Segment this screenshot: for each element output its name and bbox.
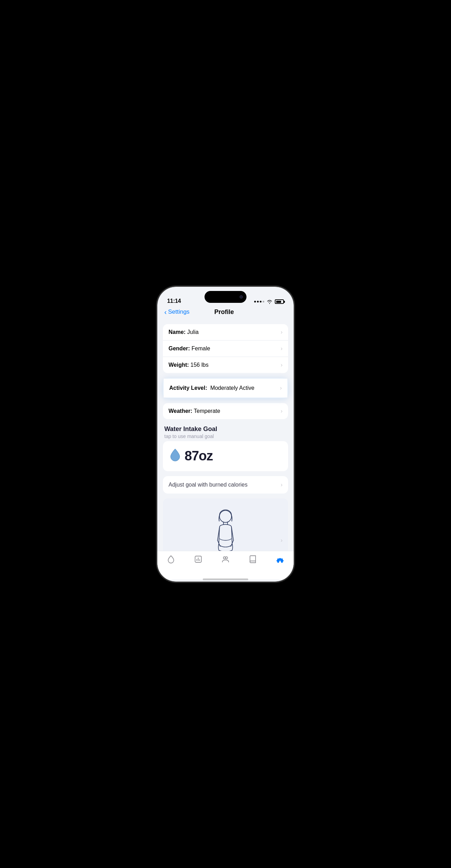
battery-icon [275, 299, 284, 304]
figure-card[interactable]: › [163, 498, 288, 551]
tab-profile[interactable] [212, 555, 239, 564]
weather-card: Weather: Temperate › [163, 403, 288, 419]
status-time: 11:14 [167, 298, 181, 304]
water-goal-card[interactable]: 87oz [163, 441, 288, 471]
content-area: Name: Julia › Gender: Female › Weight: 1… [157, 320, 294, 551]
profile-info-card: Name: Julia › Gender: Female › Weight: 1… [163, 324, 288, 373]
water-drop-icon [170, 448, 180, 464]
gender-chevron-icon: › [281, 345, 282, 352]
settings-tab-icon [275, 555, 285, 564]
weight-row[interactable]: Weight: 156 lbs › [163, 357, 288, 373]
phone-frame: 11:14 ‹ [157, 287, 294, 582]
figure-chevron-icon: › [281, 537, 282, 544]
back-chevron-icon: ‹ [164, 308, 167, 315]
water-tab-icon [166, 555, 176, 564]
home-bar [203, 578, 248, 580]
journal-tab-icon [248, 555, 257, 564]
wifi-icon [266, 299, 273, 304]
activity-level-card[interactable]: Activity Level: Moderately Active › [163, 378, 288, 398]
gender-row[interactable]: Gender: Female › [163, 341, 288, 357]
weather-chevron-icon: › [281, 408, 282, 414]
water-amount-value: 87oz [185, 448, 213, 464]
weight-label: Weight: 156 lbs [169, 362, 208, 368]
stats-tab-icon [194, 555, 203, 564]
tab-settings[interactable] [266, 555, 294, 564]
adjust-goal-label: Adjust goal with burned calories [169, 482, 248, 488]
activity-label: Activity Level: Moderately Active [169, 385, 255, 391]
adjust-goal-chevron-icon: › [281, 482, 282, 488]
adjust-goal-card: Adjust goal with burned calories › [163, 476, 288, 494]
weather-label: Weather: Temperate [169, 408, 220, 414]
activity-chevron-icon: › [280, 385, 282, 391]
signal-dots-icon [254, 301, 264, 302]
adjust-goal-row[interactable]: Adjust goal with burned calories › [163, 476, 288, 494]
tab-journal[interactable] [239, 555, 266, 564]
name-chevron-icon: › [281, 329, 282, 335]
weight-chevron-icon: › [281, 362, 282, 368]
camera-dot [239, 295, 243, 299]
activity-row[interactable]: Activity Level: Moderately Active › [164, 379, 287, 397]
dynamic-island [205, 291, 246, 303]
water-section-header: Water Intake Goal tap to use manual goal [163, 424, 288, 441]
water-section-title: Water Intake Goal [164, 425, 287, 433]
tab-bar [157, 551, 294, 579]
svg-point-0 [220, 510, 231, 522]
page-title: Profile [214, 308, 234, 316]
back-button[interactable]: ‹ Settings [164, 308, 189, 315]
home-indicator [157, 579, 294, 582]
phone-screen: 11:14 ‹ [157, 287, 294, 582]
profile-tab-icon [221, 555, 230, 564]
name-label: Name: Julia [169, 329, 199, 335]
back-label: Settings [168, 308, 189, 315]
tab-stats[interactable] [185, 555, 212, 564]
weather-row[interactable]: Weather: Temperate › [163, 403, 288, 419]
water-section-subtitle: tap to use manual goal [164, 433, 287, 439]
status-icons [254, 299, 284, 304]
svg-point-3 [226, 557, 228, 559]
gender-label: Gender: Female [169, 345, 210, 352]
name-row[interactable]: Name: Julia › [163, 324, 288, 341]
svg-point-2 [223, 557, 226, 559]
tab-water[interactable] [157, 555, 185, 564]
nav-bar: ‹ Settings Profile [157, 307, 294, 320]
human-figure-svg [205, 507, 246, 551]
